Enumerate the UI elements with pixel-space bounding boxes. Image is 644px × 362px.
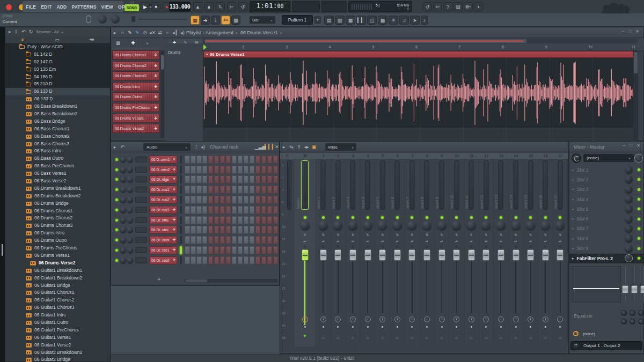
step-cell[interactable]: [191, 206, 196, 214]
mute-tool-icon[interactable]: ◂✕: [149, 30, 156, 35]
snap-selector[interactable]: Bar▸: [250, 16, 275, 24]
browser-item[interactable]: 06 Drums PreChorus: [5, 245, 110, 252]
pan-arrows[interactable]: ⇄: [553, 239, 568, 243]
volume-fader[interactable]: [302, 249, 309, 261]
refresh-icon[interactable]: ↻: [29, 29, 33, 34]
menu-item[interactable]: VIEW: [101, 4, 114, 10]
step-cell[interactable]: [261, 166, 267, 174]
volume-fader[interactable]: [364, 249, 371, 261]
channel-pan-knob[interactable]: [120, 187, 126, 193]
channel-volume-knob[interactable]: [127, 217, 133, 223]
step-cell[interactable]: [255, 246, 261, 254]
playlist-header[interactable]: ▸ ∩ ✎ ✎ ⊘ ◂✕ ⇄ ⌕ ◂┃ ◂) Playlist - Arrang…: [111, 27, 643, 38]
mixer-track-number[interactable]: 11: [464, 153, 479, 159]
step-cell[interactable]: [208, 175, 214, 183]
mute-led[interactable]: [396, 216, 399, 219]
step-cell[interactable]: [191, 246, 196, 254]
mixer-strip[interactable]: Insert 10⇅⇄: [449, 159, 464, 346]
browser-item[interactable]: 06 Bass Breakdown1: [5, 103, 110, 110]
time-display[interactable]: B:S:T 1:01: 00: [250, 1, 290, 12]
channel-button[interactable]: 06 D..own2 +: [149, 166, 177, 174]
step-cell[interactable]: [273, 206, 279, 214]
step-cell[interactable]: [226, 186, 231, 194]
pan-arrows[interactable]: ⇄: [509, 239, 523, 243]
mixer-track-number[interactable]: 12: [479, 153, 494, 159]
browser-button[interactable]: ◫: [367, 16, 377, 25]
step-cell[interactable]: [261, 236, 267, 244]
browser-item[interactable]: 06 Bass Chorus1: [5, 125, 110, 133]
step-cell[interactable]: [226, 166, 231, 174]
channel-button[interactable]: 06 Dr..rus3 +: [149, 206, 177, 214]
step-cell[interactable]: [214, 206, 219, 214]
arm-record-button[interactable]: [543, 316, 548, 322]
step-cell[interactable]: [220, 186, 225, 194]
play-icon[interactable]: ▸: [111, 144, 119, 150]
browser-item[interactable]: 04 166 D: [5, 73, 110, 81]
swirl-icon[interactable]: [572, 153, 581, 163]
step-cell[interactable]: [191, 186, 196, 194]
mixer-strip[interactable]: Insert 9⇅⇄: [435, 159, 450, 346]
timeline-ruler[interactable]: 234567891011: [203, 43, 638, 51]
mixer-slot[interactable]: ▸ Slot 3: [569, 185, 644, 195]
browser-item[interactable]: 06 Bass Breakdown2: [5, 110, 110, 118]
pan-knob[interactable]: [541, 221, 550, 230]
step-cell[interactable]: [226, 206, 231, 214]
slot-mix-knob[interactable]: [625, 205, 633, 213]
channel-volume-knob[interactable]: [127, 187, 133, 193]
channel-selector[interactable]: [180, 246, 182, 254]
panel-drag-handle[interactable]: [2, 244, 3, 256]
step-cell[interactable]: [220, 206, 225, 214]
mixer-track-number[interactable]: 3: [346, 153, 361, 159]
channel-rack-button[interactable]: ▦: [346, 16, 355, 25]
channel-selector[interactable]: [180, 226, 182, 234]
step-cell[interactable]: [214, 186, 219, 194]
browser-item[interactable]: 06 133 D: [5, 88, 110, 95]
slot-enable-led[interactable]: [638, 168, 640, 171]
link-dot[interactable]: [515, 246, 517, 248]
link-dot[interactable]: [411, 246, 413, 248]
graph-editor-icon[interactable]: ▁▃▅: [255, 144, 262, 150]
playlist-v-scrollbar[interactable]: [633, 51, 638, 142]
step-cell[interactable]: [244, 216, 249, 224]
step-cell[interactable]: [226, 196, 231, 204]
step-cell[interactable]: [191, 256, 196, 264]
link-dot[interactable]: [382, 246, 384, 248]
mixer-track-number[interactable]: 8: [420, 153, 435, 159]
menu-item[interactable]: ADD: [56, 4, 67, 10]
step-edit-arrow-button[interactable]: ➔: [201, 16, 210, 25]
slot-enable-led[interactable]: [638, 227, 640, 230]
volume-fader[interactable]: [453, 249, 460, 261]
next-arrow-button[interactable]: ➤: [410, 16, 420, 25]
mixer-slot[interactable]: ▸ Slot 8: [569, 234, 644, 243]
minimize-icon[interactable]: −: [623, 143, 626, 148]
step-cell[interactable]: [191, 226, 196, 234]
step-cell[interactable]: [185, 166, 190, 174]
pan-knob[interactable]: [301, 221, 310, 230]
channel-volume-knob[interactable]: [127, 157, 133, 162]
slide-notes-button[interactable]: ⤵: [211, 16, 220, 25]
pan-knob[interactable]: [422, 221, 431, 230]
link-dot[interactable]: [500, 246, 502, 248]
step-cell[interactable]: [214, 246, 219, 254]
link-dot[interactable]: [441, 246, 443, 248]
play-icon[interactable]: ▸: [280, 144, 288, 150]
mixer-layout-selector[interactable]: Wide ▸: [325, 143, 356, 151]
step-cell[interactable]: [255, 206, 261, 214]
mixer-strip[interactable]: Insert 6⇅⇄: [390, 159, 405, 346]
step-cell[interactable]: [273, 196, 279, 204]
step-cell[interactable]: [244, 206, 249, 214]
audio-clip-button[interactable]: 06 Drums PreChorus +: [112, 103, 159, 112]
mixer-track-number[interactable]: 13: [494, 153, 509, 159]
step-cell[interactable]: [185, 256, 190, 264]
pan-knob[interactable]: [363, 221, 372, 230]
output-selector[interactable]: Output 1 - Output 2: [570, 341, 642, 350]
mute-led[interactable]: [322, 216, 325, 219]
arm-record-button[interactable]: [469, 316, 474, 322]
mixer-track-number[interactable]: 5: [375, 153, 390, 159]
step-cell[interactable]: [191, 216, 196, 224]
browser-item[interactable]: 06 Guitar1 Verse2: [5, 342, 110, 349]
empty-track-rows[interactable]: [203, 128, 637, 142]
mixer-strip[interactable]: Insert 1⇅⇄: [316, 159, 331, 346]
mixer-slot[interactable]: ▸ Slot 1: [569, 165, 644, 175]
step-cell[interactable]: [261, 196, 267, 204]
